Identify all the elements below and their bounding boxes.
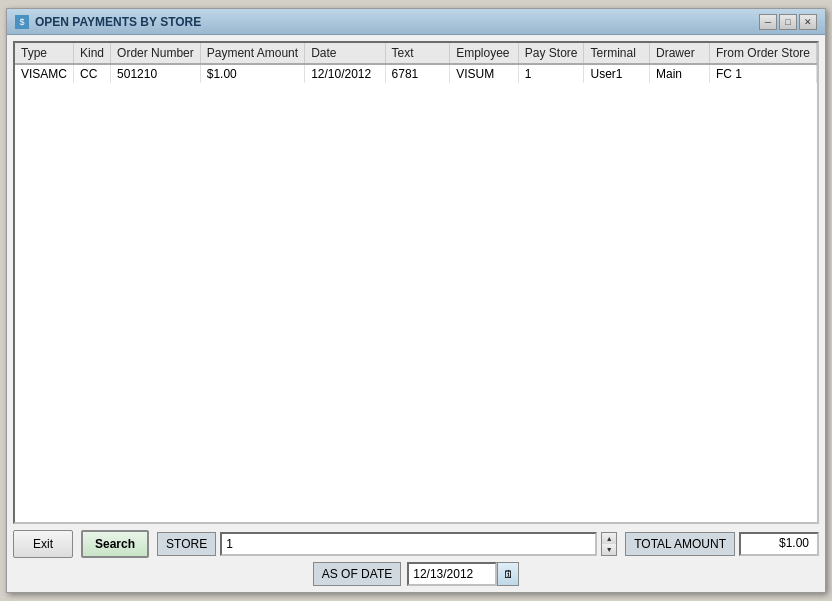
minimize-icon: ─ (765, 17, 771, 27)
col-header-text: Text (385, 43, 450, 64)
total-amount-label: TOTAL AMOUNT (625, 532, 735, 556)
as-of-date-input[interactable] (407, 562, 497, 586)
minimize-button[interactable]: ─ (759, 14, 777, 30)
app-icon: $ (15, 15, 29, 29)
cell-from_order_store: FC 1 (709, 64, 816, 83)
table-body: VISAMCCC501210$1.0012/10/20126781VISUM1U… (15, 64, 817, 83)
data-table-container: Type Kind Order Number Payment Amount Da… (13, 41, 819, 524)
title-bar-controls: ─ □ ✕ (759, 14, 817, 30)
cell-text: 6781 (385, 64, 450, 83)
footer: Exit Search STORE ▲ ▼ TOTAL AMOUNT $1.00 (13, 530, 819, 586)
cell-drawer: Main (650, 64, 710, 83)
cell-type: VISAMC (15, 64, 74, 83)
cell-payment_amount: $1.00 (200, 64, 304, 83)
date-field-group: 🗓 (407, 562, 519, 586)
calendar-icon: 🗓 (503, 568, 514, 580)
store-field-group: STORE ▲ ▼ (157, 532, 617, 556)
store-spinner-down[interactable]: ▼ (602, 544, 616, 555)
cell-date: 12/10/2012 (305, 64, 385, 83)
table-row[interactable]: VISAMCCC501210$1.0012/10/20126781VISUM1U… (15, 64, 817, 83)
title-bar-left: $ OPEN PAYMENTS BY STORE (15, 15, 201, 29)
payments-table: Type Kind Order Number Payment Amount Da… (15, 43, 817, 83)
cell-kind: CC (74, 64, 111, 83)
restore-button[interactable]: □ (779, 14, 797, 30)
close-icon: ✕ (804, 17, 812, 27)
col-header-drawer: Drawer (650, 43, 710, 64)
col-header-order: Order Number (111, 43, 201, 64)
col-header-payment: Payment Amount (200, 43, 304, 64)
col-header-employee: Employee (450, 43, 519, 64)
store-input[interactable] (220, 532, 597, 556)
col-header-kind: Kind (74, 43, 111, 64)
as-of-date-label: AS OF DATE (313, 562, 401, 586)
total-amount-value: $1.00 (739, 532, 819, 556)
cell-pay_store: 1 (518, 64, 584, 83)
col-header-pay-store: Pay Store (518, 43, 584, 64)
table-header-row: Type Kind Order Number Payment Amount Da… (15, 43, 817, 64)
cell-terminal: User1 (584, 64, 650, 83)
store-spinner[interactable]: ▲ ▼ (601, 532, 617, 556)
store-label: STORE (157, 532, 216, 556)
close-button[interactable]: ✕ (799, 14, 817, 30)
store-spinner-up[interactable]: ▲ (602, 533, 616, 544)
col-header-terminal: Terminal (584, 43, 650, 64)
restore-icon: □ (785, 17, 790, 27)
col-header-date: Date (305, 43, 385, 64)
cell-employee: VISUM (450, 64, 519, 83)
calendar-button[interactable]: 🗓 (497, 562, 519, 586)
footer-row-1: Exit Search STORE ▲ ▼ TOTAL AMOUNT $1.00 (13, 530, 819, 558)
cell-order_number: 501210 (111, 64, 201, 83)
title-bar: $ OPEN PAYMENTS BY STORE ─ □ ✕ (7, 9, 825, 35)
col-header-from-order-store: From Order Store (709, 43, 816, 64)
search-button[interactable]: Search (81, 530, 149, 558)
total-amount-group: TOTAL AMOUNT $1.00 (625, 532, 819, 556)
footer-row-2: AS OF DATE 🗓 (13, 562, 819, 586)
col-header-type: Type (15, 43, 74, 64)
main-window: $ OPEN PAYMENTS BY STORE ─ □ ✕ Type Kind (6, 8, 826, 593)
window-title: OPEN PAYMENTS BY STORE (35, 15, 201, 29)
exit-button[interactable]: Exit (13, 530, 73, 558)
content-area: Type Kind Order Number Payment Amount Da… (7, 35, 825, 592)
